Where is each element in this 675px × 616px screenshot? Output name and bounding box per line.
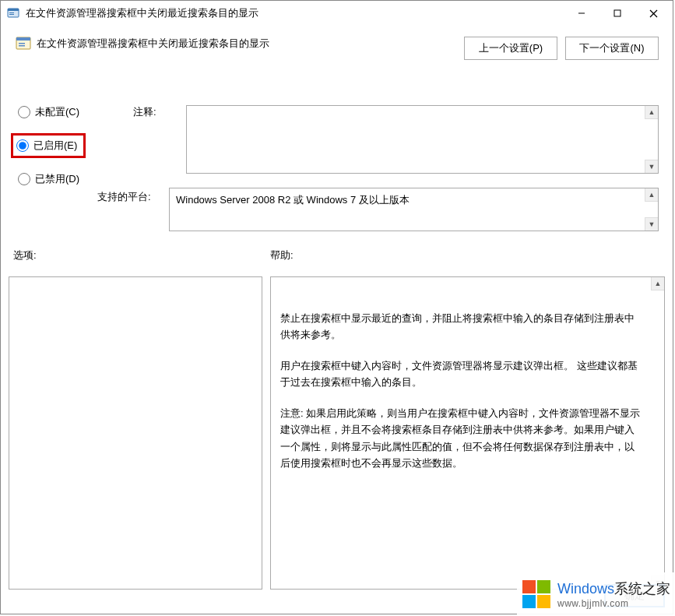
svg-rect-2 [9, 12, 14, 13]
supported-value: Windows Server 2008 R2 或 Windows 7 及以上版本 [176, 194, 410, 206]
watermark-url: www.bjjmlv.com [557, 598, 670, 609]
scroll-up-icon[interactable]: ▲ [645, 188, 658, 202]
svg-rect-14 [522, 595, 536, 608]
svg-rect-10 [19, 43, 25, 44]
comment-label: 注释: [133, 105, 156, 119]
svg-rect-9 [16, 37, 30, 40]
radio-enabled-label: 已启用(E) [33, 139, 77, 153]
previous-setting-button[interactable]: 上一个设置(P) [464, 37, 557, 60]
next-setting-button[interactable]: 下一个设置(N) [565, 37, 659, 60]
watermark: Windows系统之家 www.bjjmlv.com [517, 572, 675, 616]
header-row: 在文件资源管理器搜索框中关闭最近搜索条目的显示 上一个设置(P) 下一个设置(N… [15, 35, 659, 60]
scroll-down-icon[interactable]: ▼ [645, 160, 658, 173]
svg-rect-12 [522, 580, 536, 593]
window-controls [564, 1, 671, 26]
svg-rect-15 [537, 595, 550, 608]
scroll-up-icon[interactable]: ▲ [645, 106, 658, 119]
radio-not-configured[interactable]: 未配置(C) [15, 104, 86, 121]
radio-enabled-input[interactable] [16, 139, 29, 152]
help-panel: 禁止在搜索框中显示最近的查询，并阻止将搜索框中输入的条目存储到注册表中供将来参考… [270, 276, 665, 590]
help-paragraph: 禁止在搜索框中显示最近的查询，并阻止将搜索框中输入的条目存储到注册表中供将来参考… [280, 310, 642, 343]
windows-logo-icon [520, 578, 553, 613]
close-button[interactable] [635, 1, 671, 26]
help-paragraph: 注意: 如果启用此策略，则当用户在搜索框中键入内容时，文件资源管理器不显示建议弹… [280, 405, 642, 472]
state-radios: 未配置(C) 已启用(E) 已禁用(D) [15, 104, 86, 200]
policy-title: 在文件资源管理器搜索框中关闭最近搜索条目的显示 [37, 37, 269, 51]
minimize-button[interactable] [564, 1, 599, 26]
policy-window: 在文件资源管理器搜索框中关闭最近搜索条目的显示 [0, 0, 673, 614]
watermark-brand-prefix: Windows [557, 581, 614, 597]
radio-disabled[interactable]: 已禁用(D) [15, 171, 86, 188]
help-paragraph: 用户在搜索框中键入内容时，文件资源管理器将显示建议弹出框。 这些建议都基于过去在… [280, 357, 642, 391]
content-area: 在文件资源管理器搜索框中关闭最近搜索条目的显示 上一个设置(P) 下一个设置(N… [1, 26, 673, 614]
options-panel [9, 276, 262, 590]
radio-disabled-input[interactable] [18, 173, 30, 185]
window-title: 在文件资源管理器搜索框中关闭最近搜索条目的显示 [26, 6, 564, 20]
window-icon [7, 7, 19, 19]
maximize-button[interactable] [599, 1, 635, 26]
supported-text: Windows Server 2008 R2 或 Windows 7 及以上版本… [169, 188, 659, 231]
options-label: 选项: [13, 248, 37, 262]
title-bar[interactable]: 在文件资源管理器搜索框中关闭最近搜索条目的显示 [1, 1, 673, 26]
svg-rect-5 [614, 10, 621, 16]
watermark-brand-suffix: 系统之家 [614, 581, 670, 597]
svg-rect-3 [9, 14, 14, 15]
svg-rect-1 [8, 9, 19, 11]
svg-rect-13 [537, 580, 550, 593]
policy-icon [15, 35, 32, 52]
comment-textarea[interactable]: ▲ ▼ [186, 105, 659, 174]
scroll-up-icon[interactable]: ▲ [651, 277, 664, 290]
supported-label: 支持的平台: [97, 190, 151, 204]
help-label: 帮助: [270, 248, 294, 262]
radio-not-configured-input[interactable] [18, 106, 30, 118]
radio-enabled[interactable]: 已启用(E) [11, 133, 86, 158]
radio-not-configured-label: 未配置(C) [35, 105, 79, 119]
svg-rect-11 [19, 45, 25, 47]
radio-disabled-label: 已禁用(D) [35, 172, 79, 186]
scroll-down-icon[interactable]: ▼ [645, 217, 658, 231]
